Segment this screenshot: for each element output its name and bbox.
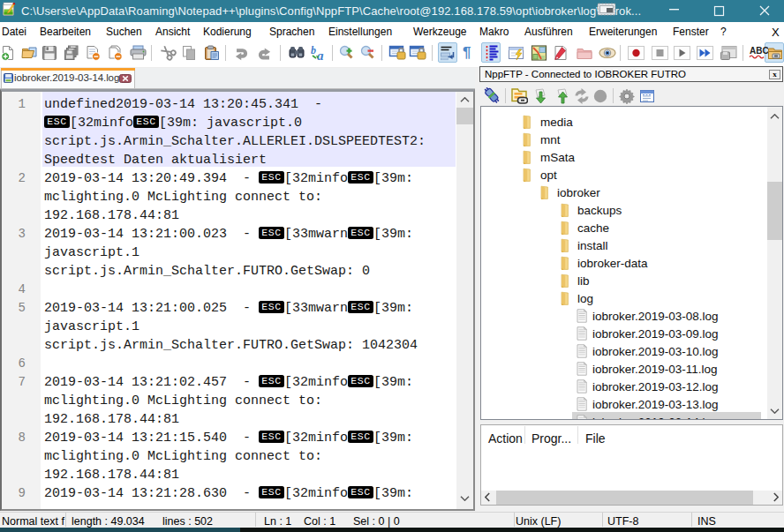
svg-text:a: a	[317, 49, 324, 61]
svg-text:b: b	[311, 45, 316, 56]
svg-text:ABC: ABC	[750, 46, 768, 56]
